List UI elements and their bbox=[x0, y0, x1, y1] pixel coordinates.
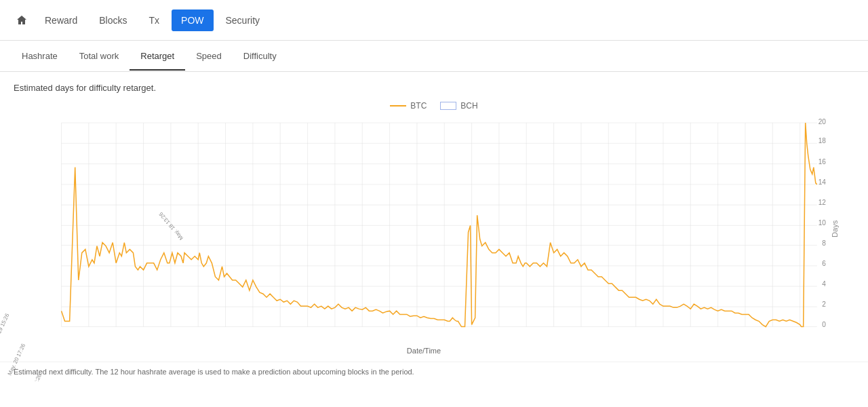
btc-legend-label: BTC bbox=[410, 101, 427, 111]
svg-text:0: 0 bbox=[822, 321, 826, 328]
footer-note: Estimated next difficulty. The 12 hour h… bbox=[0, 362, 868, 381]
svg-text:Days: Days bbox=[831, 220, 839, 237]
svg-text:May. 18 13:26: May. 18 13:26 bbox=[157, 211, 184, 241]
svg-text:18: 18 bbox=[818, 137, 827, 144]
top-navigation: Reward Blocks Tx POW Security bbox=[0, 0, 868, 41]
btc-chart-line bbox=[62, 123, 817, 327]
nav-tx[interactable]: Tx bbox=[139, 9, 169, 31]
svg-text:16: 16 bbox=[818, 158, 827, 166]
legend-btc: BTC bbox=[390, 101, 427, 111]
svg-text:10: 10 bbox=[818, 219, 827, 227]
subnav-retarget[interactable]: Retarget bbox=[130, 43, 185, 71]
btc-legend-line bbox=[390, 105, 406, 106]
main-content: Estimated days for difficulty retarget. … bbox=[0, 72, 868, 362]
svg-text:2: 2 bbox=[822, 301, 826, 308]
subnav-hashrate[interactable]: Hashrate bbox=[11, 43, 68, 71]
x-axis-label: Date/Time bbox=[20, 347, 827, 355]
main-chart: 0 2 4 6 8 10 12 14 16 18 20 Days bbox=[20, 116, 827, 342]
legend-bch: BCH bbox=[440, 101, 477, 111]
nav-reward[interactable]: Reward bbox=[35, 9, 87, 31]
chart-title: Estimated days for difficulty retarget. bbox=[14, 83, 854, 93]
svg-text:20: 20 bbox=[818, 118, 827, 125]
nav-blocks[interactable]: Blocks bbox=[90, 9, 136, 31]
svg-text:4: 4 bbox=[822, 280, 826, 288]
svg-text:12: 12 bbox=[818, 199, 827, 206]
svg-text:14: 14 bbox=[818, 178, 827, 186]
subnav-speed[interactable]: Speed bbox=[185, 43, 233, 71]
bch-legend-box bbox=[440, 102, 456, 110]
nav-pow[interactable]: POW bbox=[172, 9, 213, 31]
bch-legend-label: BCH bbox=[460, 101, 477, 111]
chart-wrapper: 0 2 4 6 8 10 12 14 16 18 20 Days bbox=[20, 116, 827, 355]
svg-text:May. 19 15:26: May. 19 15:26 bbox=[0, 312, 11, 346]
sub-navigation: Hashrate Total work Retarget Speed Diffi… bbox=[0, 41, 868, 72]
svg-text:6: 6 bbox=[822, 260, 826, 267]
svg-text:8: 8 bbox=[822, 239, 826, 247]
home-icon[interactable] bbox=[11, 9, 33, 31]
chart-legend: BTC BCH bbox=[14, 101, 854, 111]
subnav-difficulty[interactable]: Difficulty bbox=[233, 43, 288, 71]
nav-security[interactable]: Security bbox=[216, 9, 270, 31]
subnav-totalwork[interactable]: Total work bbox=[68, 43, 130, 71]
